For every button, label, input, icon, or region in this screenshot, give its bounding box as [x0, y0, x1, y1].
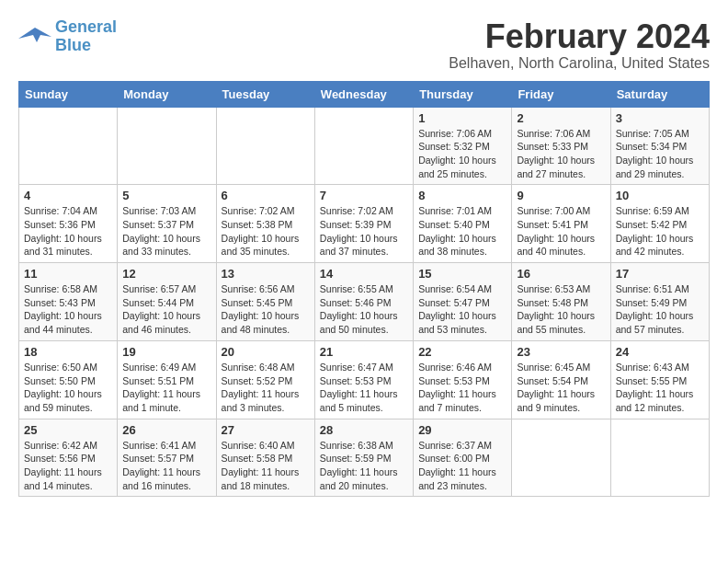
day-number: 22: [418, 345, 506, 359]
calendar-week-row: 1Sunrise: 7:06 AM Sunset: 5:32 PM Daylig…: [19, 107, 710, 185]
header-cell-monday: Monday: [118, 81, 216, 107]
day-info: Sunrise: 6:58 AM Sunset: 5:43 PM Dayligh…: [24, 282, 112, 337]
calendar-cell: [610, 419, 709, 497]
day-info: Sunrise: 6:50 AM Sunset: 5:50 PM Dayligh…: [24, 361, 112, 415]
header-cell-sunday: Sunday: [19, 81, 118, 107]
header-cell-tuesday: Tuesday: [216, 81, 314, 107]
day-info: Sunrise: 7:02 AM Sunset: 5:38 PM Dayligh…: [222, 204, 310, 259]
day-number: 28: [320, 423, 408, 437]
day-number: 26: [122, 423, 210, 437]
calendar-header-row: SundayMondayTuesdayWednesdayThursdayFrid…: [19, 81, 710, 107]
calendar-body: 1Sunrise: 7:06 AM Sunset: 5:32 PM Daylig…: [19, 107, 710, 497]
day-info: Sunrise: 6:43 AM Sunset: 5:55 PM Dayligh…: [616, 361, 704, 415]
calendar-week-row: 11Sunrise: 6:58 AM Sunset: 5:43 PM Dayli…: [19, 263, 710, 341]
calendar-cell: 21Sunrise: 6:47 AM Sunset: 5:53 PM Dayli…: [314, 340, 413, 419]
day-number: 27: [222, 423, 310, 437]
calendar-cell: 15Sunrise: 6:54 AM Sunset: 5:47 PM Dayli…: [414, 263, 512, 341]
calendar-cell: 11Sunrise: 6:58 AM Sunset: 5:43 PM Dayli…: [19, 263, 118, 341]
title-area: February 2024 Belhaven, North Carolina, …: [449, 18, 710, 72]
day-number: 13: [222, 267, 310, 281]
day-number: 7: [320, 189, 408, 202]
header-cell-saturday: Saturday: [610, 81, 709, 107]
calendar-cell: 4Sunrise: 7:04 AM Sunset: 5:36 PM Daylig…: [19, 185, 118, 263]
calendar-cell: 9Sunrise: 7:00 AM Sunset: 5:41 PM Daylig…: [512, 185, 610, 263]
day-info: Sunrise: 7:06 AM Sunset: 5:33 PM Dayligh…: [517, 127, 605, 181]
day-info: Sunrise: 6:42 AM Sunset: 5:56 PM Dayligh…: [24, 439, 112, 493]
calendar-cell: [216, 107, 314, 185]
day-number: 6: [222, 189, 310, 202]
calendar-cell: 25Sunrise: 6:42 AM Sunset: 5:56 PM Dayli…: [19, 419, 118, 497]
day-number: 8: [418, 189, 506, 202]
header-cell-friday: Friday: [512, 81, 610, 107]
calendar-week-row: 18Sunrise: 6:50 AM Sunset: 5:50 PM Dayli…: [19, 340, 710, 419]
calendar-cell: 18Sunrise: 6:50 AM Sunset: 5:50 PM Dayli…: [19, 340, 118, 419]
calendar-cell: 14Sunrise: 6:55 AM Sunset: 5:46 PM Dayli…: [314, 263, 413, 341]
day-info: Sunrise: 6:41 AM Sunset: 5:57 PM Dayligh…: [122, 439, 210, 493]
day-number: 24: [616, 345, 704, 359]
calendar-cell: 13Sunrise: 6:56 AM Sunset: 5:45 PM Dayli…: [216, 263, 314, 341]
day-number: 14: [320, 267, 408, 281]
day-info: Sunrise: 6:49 AM Sunset: 5:51 PM Dayligh…: [122, 361, 210, 415]
calendar-cell: [118, 107, 216, 185]
calendar-cell: 24Sunrise: 6:43 AM Sunset: 5:55 PM Dayli…: [610, 340, 709, 419]
day-info: Sunrise: 6:40 AM Sunset: 5:58 PM Dayligh…: [222, 439, 310, 493]
calendar-cell: 22Sunrise: 6:46 AM Sunset: 5:53 PM Dayli…: [414, 340, 512, 419]
day-number: 25: [24, 423, 112, 437]
day-info: Sunrise: 6:59 AM Sunset: 5:42 PM Dayligh…: [616, 204, 704, 259]
calendar-cell: 6Sunrise: 7:02 AM Sunset: 5:38 PM Daylig…: [216, 185, 314, 263]
day-info: Sunrise: 6:37 AM Sunset: 6:00 PM Dayligh…: [418, 439, 506, 493]
day-info: Sunrise: 6:57 AM Sunset: 5:44 PM Dayligh…: [122, 282, 210, 337]
day-number: 10: [616, 189, 704, 202]
location-title: Belhaven, North Carolina, United States: [449, 55, 710, 72]
calendar-cell: 12Sunrise: 6:57 AM Sunset: 5:44 PM Dayli…: [118, 263, 216, 341]
day-info: Sunrise: 6:38 AM Sunset: 5:59 PM Dayligh…: [320, 439, 408, 493]
calendar-cell: 7Sunrise: 7:02 AM Sunset: 5:39 PM Daylig…: [314, 185, 413, 263]
logo-bird-icon: [18, 24, 51, 50]
day-info: Sunrise: 7:01 AM Sunset: 5:40 PM Dayligh…: [418, 204, 506, 259]
logo: General Blue: [18, 18, 117, 55]
calendar-cell: 17Sunrise: 6:51 AM Sunset: 5:49 PM Dayli…: [610, 263, 709, 341]
day-info: Sunrise: 7:04 AM Sunset: 5:36 PM Dayligh…: [24, 204, 112, 259]
day-info: Sunrise: 6:48 AM Sunset: 5:52 PM Dayligh…: [222, 361, 310, 415]
day-number: 15: [418, 267, 506, 281]
header-cell-thursday: Thursday: [414, 81, 512, 107]
header-cell-wednesday: Wednesday: [314, 81, 413, 107]
calendar-cell: 16Sunrise: 6:53 AM Sunset: 5:48 PM Dayli…: [512, 263, 610, 341]
day-number: 23: [517, 345, 605, 359]
day-info: Sunrise: 7:02 AM Sunset: 5:39 PM Dayligh…: [320, 204, 408, 259]
day-number: 20: [222, 345, 310, 359]
calendar-cell: [19, 107, 118, 185]
day-number: 21: [320, 345, 408, 359]
calendar-cell: [314, 107, 413, 185]
calendar-cell: 8Sunrise: 7:01 AM Sunset: 5:40 PM Daylig…: [414, 185, 512, 263]
page-header: General Blue February 2024 Belhaven, Nor…: [18, 18, 710, 72]
day-number: 19: [122, 345, 210, 359]
calendar-cell: 3Sunrise: 7:05 AM Sunset: 5:34 PM Daylig…: [610, 107, 709, 185]
day-info: Sunrise: 7:03 AM Sunset: 5:37 PM Dayligh…: [122, 204, 210, 259]
day-info: Sunrise: 6:53 AM Sunset: 5:48 PM Dayligh…: [517, 282, 605, 337]
calendar-table: SundayMondayTuesdayWednesdayThursdayFrid…: [18, 81, 710, 498]
calendar-cell: 29Sunrise: 6:37 AM Sunset: 6:00 PM Dayli…: [414, 419, 512, 497]
svg-marker-0: [18, 28, 51, 42]
day-number: 18: [24, 345, 112, 359]
day-info: Sunrise: 6:47 AM Sunset: 5:53 PM Dayligh…: [320, 361, 408, 415]
day-number: 2: [517, 111, 605, 125]
day-number: 9: [517, 189, 605, 202]
calendar-cell: [512, 419, 610, 497]
calendar-cell: 23Sunrise: 6:45 AM Sunset: 5:54 PM Dayli…: [512, 340, 610, 419]
day-info: Sunrise: 7:05 AM Sunset: 5:34 PM Dayligh…: [616, 127, 704, 181]
day-number: 3: [616, 111, 704, 125]
day-info: Sunrise: 6:45 AM Sunset: 5:54 PM Dayligh…: [517, 361, 605, 415]
day-number: 4: [24, 189, 112, 202]
day-number: 29: [418, 423, 506, 437]
calendar-cell: 27Sunrise: 6:40 AM Sunset: 5:58 PM Dayli…: [216, 419, 314, 497]
day-number: 16: [517, 267, 605, 281]
calendar-cell: 1Sunrise: 7:06 AM Sunset: 5:32 PM Daylig…: [414, 107, 512, 185]
day-number: 11: [24, 267, 112, 281]
calendar-cell: 10Sunrise: 6:59 AM Sunset: 5:42 PM Dayli…: [610, 185, 709, 263]
day-info: Sunrise: 7:06 AM Sunset: 5:32 PM Dayligh…: [418, 127, 506, 181]
calendar-cell: 28Sunrise: 6:38 AM Sunset: 5:59 PM Dayli…: [314, 419, 413, 497]
calendar-cell: 19Sunrise: 6:49 AM Sunset: 5:51 PM Dayli…: [118, 340, 216, 419]
calendar-week-row: 4Sunrise: 7:04 AM Sunset: 5:36 PM Daylig…: [19, 185, 710, 263]
day-info: Sunrise: 6:55 AM Sunset: 5:46 PM Dayligh…: [320, 282, 408, 337]
